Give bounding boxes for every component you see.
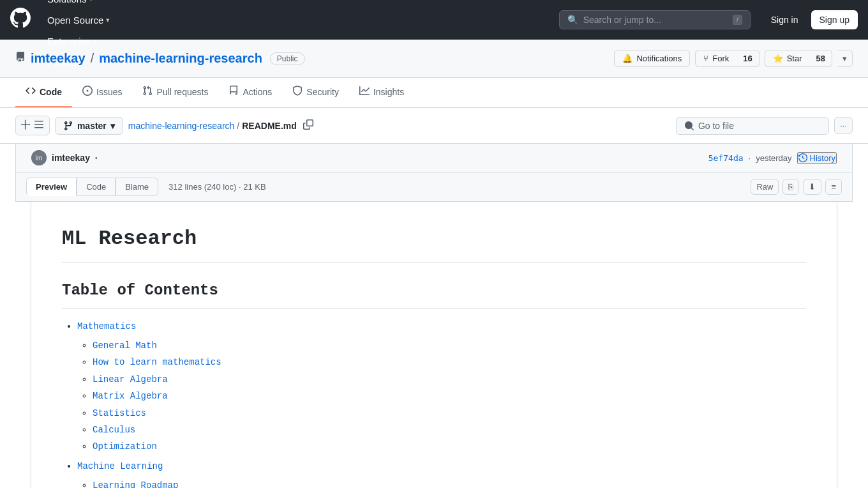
global-search[interactable]: 🔍 Search or jump to... / bbox=[559, 10, 751, 29]
commit-time: · bbox=[749, 153, 751, 163]
star-button[interactable]: ⭐ Star bbox=[765, 50, 810, 67]
svg-text:im: im bbox=[36, 155, 43, 162]
issues-icon bbox=[82, 86, 93, 98]
repo-path-link[interactable]: machine-learning-research bbox=[128, 121, 235, 131]
repo-header: imteekay / machine-learning-research Pub… bbox=[0, 40, 868, 78]
file-path: machine-learning-research / README.md bbox=[128, 118, 671, 133]
branch-chevron: ▾ bbox=[110, 121, 115, 131]
search-shortcut: / bbox=[733, 15, 742, 25]
repo-icon bbox=[15, 52, 26, 65]
star-group: ⭐ Star 58 bbox=[765, 50, 832, 67]
readme-title: ML Research bbox=[62, 222, 806, 263]
repo-name-link[interactable]: machine-learning-research bbox=[99, 51, 262, 66]
copy-content-button[interactable]: ⎘ bbox=[782, 179, 799, 195]
security-icon bbox=[292, 86, 303, 98]
tab-insights[interactable]: Insights bbox=[349, 78, 414, 107]
toc-child-link[interactable]: Matrix Algebra bbox=[93, 391, 168, 401]
repo-owner-link[interactable]: imteekay bbox=[31, 51, 86, 66]
view-tab-preview[interactable]: Preview bbox=[26, 178, 77, 196]
navbar: Product▾Solutions▾Open Source▾Enterprise… bbox=[0, 0, 868, 40]
author-avatar: im bbox=[31, 150, 47, 165]
file-actions: Raw ⎘ ⬇ ≡ bbox=[751, 179, 842, 195]
fork-button[interactable]: ⑂ Fork bbox=[695, 50, 737, 67]
copy-path-button[interactable] bbox=[299, 118, 317, 133]
tab-issues[interactable]: Issues bbox=[72, 78, 132, 107]
fork-group: ⑂ Fork 16 bbox=[695, 50, 759, 67]
auth-buttons: Sign in Sign up bbox=[763, 10, 858, 29]
list-item: General Math bbox=[93, 339, 806, 353]
github-logo[interactable] bbox=[10, 8, 31, 32]
tab-security[interactable]: Security bbox=[282, 78, 349, 107]
download-button[interactable]: ⬇ bbox=[803, 179, 821, 195]
goto-file-button[interactable]: Go to file bbox=[676, 117, 829, 135]
commit-row: im imteekay • 5ef74da · yesterday Histor… bbox=[15, 144, 853, 172]
tab-code[interactable]: Code bbox=[15, 78, 72, 107]
view-tab-code[interactable]: Code bbox=[77, 178, 116, 196]
pull-requests-icon bbox=[142, 86, 153, 98]
toc-child-link[interactable]: Optimization bbox=[93, 441, 157, 452]
list-item: How to learn mathematics bbox=[93, 355, 806, 369]
file-name: README.md bbox=[242, 121, 297, 131]
list-item: Linear Algebra bbox=[93, 372, 806, 386]
list-item: Machine LearningLearning RoadmapData Sci… bbox=[77, 459, 806, 488]
notifications-label: Notifications bbox=[636, 54, 682, 63]
chevron-down-icon: ▾ bbox=[89, 0, 93, 3]
signup-button[interactable]: Sign up bbox=[811, 10, 858, 29]
raw-button[interactable]: Raw bbox=[751, 179, 779, 195]
nav-item-enterprise[interactable]: Enterprise▾ bbox=[41, 31, 116, 52]
nav-item-open-source[interactable]: Open Source▾ bbox=[41, 10, 116, 31]
committer-name[interactable]: imteekay bbox=[52, 153, 90, 163]
star-count[interactable]: 58 bbox=[810, 50, 832, 67]
toc-child-link[interactable]: Learning Roadmap bbox=[93, 480, 178, 488]
toc-heading: Table of Contents bbox=[62, 278, 806, 309]
tab-pull-requests[interactable]: Pull requests bbox=[132, 78, 218, 107]
goto-file-label: Go to file bbox=[698, 121, 821, 131]
search-placeholder: Search or jump to... bbox=[583, 15, 728, 25]
view-tab-blame[interactable]: Blame bbox=[116, 178, 158, 196]
nav-item-solutions[interactable]: Solutions▾ bbox=[41, 0, 116, 10]
repo-tabs: CodeIssuesPull requestsActionsSecurityIn… bbox=[0, 78, 868, 108]
commit-timestamp: yesterday bbox=[756, 153, 791, 163]
outline-button[interactable]: ≡ bbox=[825, 179, 842, 195]
list-item: Statistics bbox=[93, 406, 806, 420]
branch-selector[interactable]: master ▾ bbox=[55, 117, 123, 135]
tab-label: Issues bbox=[96, 87, 122, 97]
list-item: Learning Roadmap bbox=[93, 478, 806, 488]
fork-count[interactable]: 16 bbox=[737, 50, 759, 67]
tab-label: Pull requests bbox=[156, 87, 208, 97]
file-view-area: PreviewCodeBlame 312 lines (240 loc) · 2… bbox=[15, 172, 853, 488]
star-label: Star bbox=[787, 54, 802, 63]
breadcrumb: imteekay / machine-learning-research Pub… bbox=[15, 51, 305, 66]
fork-label: Fork bbox=[712, 54, 729, 63]
insights-icon bbox=[359, 86, 370, 98]
toc-list: MathematicsGeneral MathHow to learn math… bbox=[62, 319, 806, 488]
history-button[interactable]: History bbox=[797, 152, 837, 164]
history-label: History bbox=[810, 153, 835, 163]
list-item: Calculus bbox=[93, 423, 806, 437]
tab-label: Security bbox=[306, 87, 339, 97]
toc-link[interactable]: Mathematics bbox=[77, 321, 136, 332]
toc-child-link[interactable]: How to learn mathematics bbox=[93, 357, 221, 367]
toc-child-link[interactable]: General Math bbox=[93, 340, 157, 351]
toc-child-link[interactable]: Statistics bbox=[93, 408, 146, 418]
search-icon: 🔍 bbox=[567, 15, 578, 25]
toc-child-link[interactable]: Linear Algebra bbox=[93, 374, 168, 385]
star-icon: ⭐ bbox=[773, 54, 783, 63]
file-view-header: PreviewCodeBlame 312 lines (240 loc) · 2… bbox=[15, 172, 853, 202]
tab-label: Actions bbox=[243, 87, 272, 97]
tab-label: Insights bbox=[373, 87, 404, 97]
branch-name: master bbox=[77, 121, 107, 131]
toc-child-link[interactable]: Calculus bbox=[93, 425, 135, 435]
tab-actions[interactable]: Actions bbox=[218, 78, 282, 107]
more-options-button[interactable]: ··· bbox=[834, 117, 853, 134]
signin-button[interactable]: Sign in bbox=[763, 10, 806, 29]
view-tabs: PreviewCodeBlame bbox=[26, 178, 158, 196]
commit-hash[interactable]: 5ef74da bbox=[708, 153, 744, 163]
file-header-bar: master ▾ machine-learning-research / REA… bbox=[0, 108, 868, 144]
toc-link[interactable]: Machine Learning bbox=[77, 461, 163, 471]
toggle-sidebar-button[interactable] bbox=[15, 116, 50, 135]
repo-actions: 🔔 Notifications ⑂ Fork 16 ⭐ Star 58 ▾ bbox=[614, 50, 853, 67]
notifications-button[interactable]: 🔔 Notifications bbox=[614, 50, 690, 67]
star-dropdown-button[interactable]: ▾ bbox=[837, 50, 853, 67]
tab-label: Code bbox=[40, 87, 62, 97]
